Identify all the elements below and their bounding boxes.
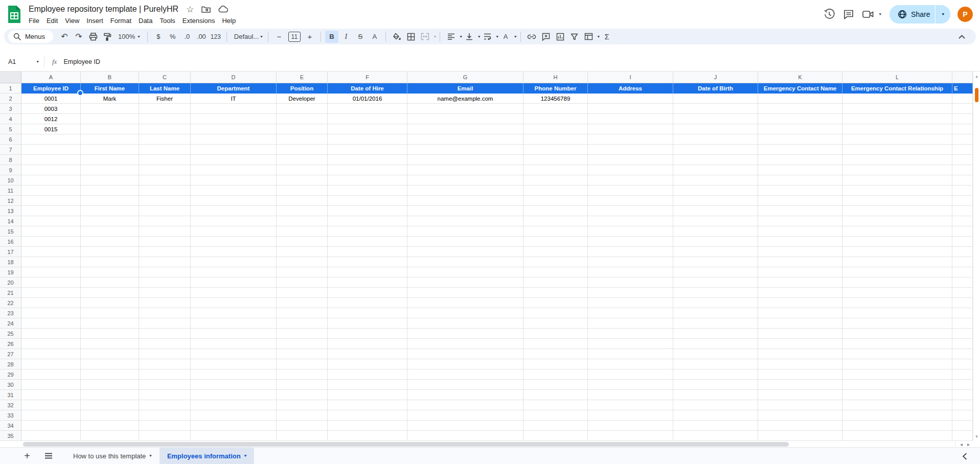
- cell[interactable]: [758, 298, 842, 308]
- increase-font-size-button[interactable]: +: [303, 31, 316, 43]
- cell[interactable]: Email: [407, 83, 523, 94]
- cell[interactable]: [139, 226, 191, 237]
- cell[interactable]: Mark: [81, 94, 139, 104]
- name-box[interactable]: A1 ▾: [0, 58, 44, 65]
- cell[interactable]: [81, 226, 139, 237]
- cell[interactable]: [277, 380, 328, 390]
- cell[interactable]: [758, 277, 842, 288]
- cell[interactable]: [952, 349, 973, 359]
- font-size-input[interactable]: 11: [288, 32, 301, 42]
- cell[interactable]: Last Name: [139, 83, 191, 94]
- cell[interactable]: [277, 431, 328, 441]
- cell[interactable]: [842, 421, 952, 431]
- cell[interactable]: [758, 431, 842, 441]
- create-filter-button[interactable]: [568, 31, 581, 43]
- cell[interactable]: [952, 226, 973, 237]
- sheet-tab-how-to-use-this-template[interactable]: How to use this template▾: [65, 448, 159, 464]
- cell[interactable]: [673, 124, 758, 134]
- text-rotation-dropdown-icon[interactable]: ▾: [514, 35, 517, 39]
- cell[interactable]: [328, 114, 407, 124]
- cell[interactable]: [277, 329, 328, 339]
- cell[interactable]: [191, 247, 277, 257]
- cell[interactable]: [407, 226, 523, 237]
- cell[interactable]: [81, 421, 139, 431]
- print-button[interactable]: [86, 31, 100, 43]
- cell[interactable]: [21, 400, 81, 410]
- cell[interactable]: [277, 288, 328, 298]
- formula-input[interactable]: Employee ID: [63, 58, 100, 65]
- cell[interactable]: [139, 318, 191, 329]
- cell[interactable]: [758, 359, 842, 369]
- cell[interactable]: [191, 410, 277, 421]
- row-header-12[interactable]: 12: [0, 196, 21, 206]
- cell[interactable]: [81, 288, 139, 298]
- cell[interactable]: [842, 339, 952, 349]
- cell[interactable]: [191, 369, 277, 380]
- cell[interactable]: [842, 114, 952, 124]
- cell[interactable]: [81, 308, 139, 318]
- sheet-tab-dropdown-icon[interactable]: ▾: [149, 454, 152, 458]
- cell[interactable]: [588, 206, 673, 216]
- cell[interactable]: [523, 226, 588, 237]
- cell[interactable]: [191, 288, 277, 298]
- cell[interactable]: [523, 410, 588, 421]
- cell[interactable]: [758, 369, 842, 380]
- cell[interactable]: [842, 298, 952, 308]
- cell[interactable]: [842, 267, 952, 277]
- cell[interactable]: [328, 237, 407, 247]
- cell[interactable]: [758, 349, 842, 359]
- cell[interactable]: Employee ID: [21, 83, 81, 94]
- cell[interactable]: [407, 196, 523, 206]
- cell[interactable]: [523, 196, 588, 206]
- cell[interactable]: [328, 185, 407, 196]
- cell[interactable]: [21, 308, 81, 318]
- cell[interactable]: [842, 206, 952, 216]
- cell[interactable]: [139, 380, 191, 390]
- cell[interactable]: [952, 247, 973, 257]
- cell[interactable]: [758, 329, 842, 339]
- scroll-right-icon[interactable]: ▸: [967, 442, 970, 447]
- cell[interactable]: [588, 185, 673, 196]
- italic-button[interactable]: I: [339, 31, 353, 43]
- row-header-11[interactable]: 11: [0, 185, 21, 196]
- menus-search-button[interactable]: Menus: [8, 30, 53, 43]
- cell[interactable]: [81, 339, 139, 349]
- cell[interactable]: [81, 206, 139, 216]
- cell[interactable]: [277, 277, 328, 288]
- cell[interactable]: [588, 114, 673, 124]
- row-header-19[interactable]: 19: [0, 267, 21, 277]
- cell[interactable]: [139, 185, 191, 196]
- cell[interactable]: [673, 257, 758, 267]
- cell[interactable]: [277, 410, 328, 421]
- cell[interactable]: [952, 400, 973, 410]
- cell[interactable]: [277, 104, 328, 114]
- cell[interactable]: [139, 349, 191, 359]
- cell[interactable]: [21, 145, 81, 155]
- merge-dropdown-icon[interactable]: ▾: [434, 35, 437, 39]
- cell[interactable]: [328, 349, 407, 359]
- cell[interactable]: [328, 196, 407, 206]
- cell[interactable]: [407, 104, 523, 114]
- cell[interactable]: [407, 247, 523, 257]
- text-wrap-dropdown-icon[interactable]: ▾: [496, 35, 498, 39]
- cell[interactable]: [81, 410, 139, 421]
- cell[interactable]: [842, 196, 952, 206]
- cell[interactable]: Emergency Contact Name: [758, 83, 842, 94]
- cell[interactable]: [758, 165, 842, 175]
- cell[interactable]: [588, 329, 673, 339]
- select-all-corner[interactable]: [0, 72, 21, 83]
- cell[interactable]: [328, 165, 407, 175]
- borders-button[interactable]: [404, 31, 418, 43]
- cell[interactable]: 0003: [21, 104, 81, 114]
- cell[interactable]: [758, 288, 842, 298]
- cell[interactable]: [81, 134, 139, 145]
- row-header-14[interactable]: 14: [0, 216, 21, 226]
- cell[interactable]: [952, 339, 973, 349]
- cell[interactable]: [407, 298, 523, 308]
- cell[interactable]: [673, 216, 758, 226]
- cell[interactable]: [588, 400, 673, 410]
- row-header-34[interactable]: 34: [0, 421, 21, 431]
- cell[interactable]: [407, 339, 523, 349]
- cell[interactable]: [842, 94, 952, 104]
- cell[interactable]: [191, 114, 277, 124]
